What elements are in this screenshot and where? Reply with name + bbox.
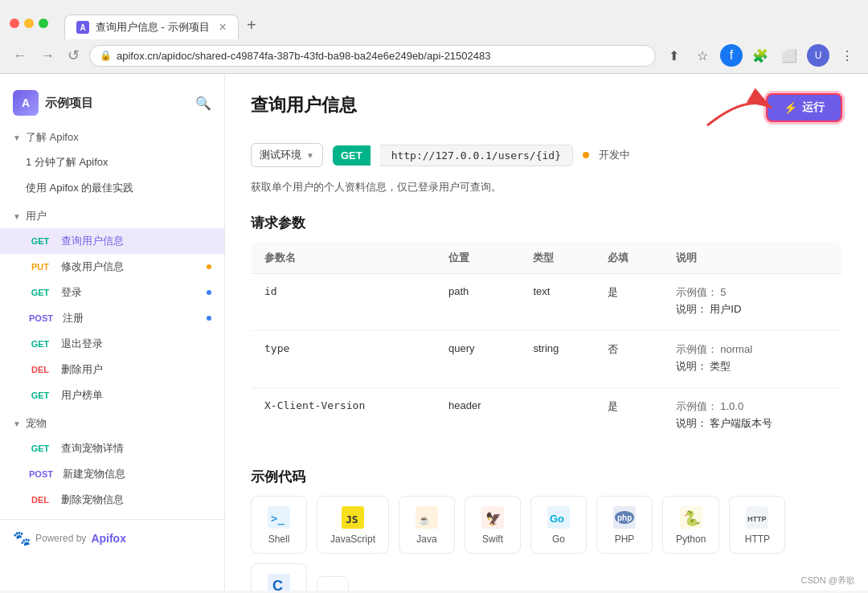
go-label: Go: [552, 534, 565, 545]
sidebar-item-delete-user[interactable]: DEL 删除用户: [0, 357, 224, 382]
param-name-type: type: [264, 342, 289, 354]
close-dot[interactable]: [10, 18, 19, 28]
sidebar-item-query-pet[interactable]: GET 查询宠物详情: [0, 436, 224, 461]
sidebar-item-intro[interactable]: 1 分钟了解 Apifox: [0, 149, 224, 175]
page-title: 查询用户信息: [251, 93, 357, 117]
window-controls: [10, 18, 48, 28]
params-table: 参数名 位置 类型 必填 说明 id path text 是 示例值：: [251, 242, 842, 445]
sidebar-item-label-intro: 1 分钟了解 Apifox: [26, 155, 108, 170]
bookmark-button[interactable]: ☆: [691, 44, 714, 67]
method-badge-put: PUT: [26, 261, 55, 272]
code-tab-shell[interactable]: >_ Shell: [251, 496, 307, 554]
share-button[interactable]: ⬆: [662, 44, 685, 67]
code-tab-http[interactable]: HTTP HTTP: [729, 496, 785, 554]
col-header-name: 参数名: [252, 243, 436, 274]
sidebar-item-label-delete-pet: 删除宠物信息: [61, 493, 124, 507]
method-badge-post: POST: [26, 313, 56, 324]
params-table-body: id path text 是 示例值： 5 说明： 用户ID: [252, 274, 842, 445]
sidebar-item-label-login: 登录: [61, 285, 82, 300]
lock-icon: 🔒: [100, 50, 112, 61]
sidebar-section-header-pet[interactable]: ▼ 宠物: [0, 411, 224, 436]
section-arrow-apifox: ▼: [13, 133, 21, 142]
sidebar-item-leaderboard[interactable]: GET 用户榜单: [0, 382, 224, 408]
sidebar-item-dot-blue-2: [207, 316, 211, 321]
code-tab-javascript[interactable]: JS JavaScript: [317, 496, 389, 554]
svg-text:JS: JS: [346, 513, 358, 526]
php-label: PHP: [615, 534, 635, 545]
back-button[interactable]: ←: [10, 46, 31, 66]
sidebar-section-pet: ▼ 宠物 GET 查询宠物详情 POST 新建宠物信息 DEL 删除宠物信息: [0, 411, 224, 513]
profile-button[interactable]: ⬜: [778, 44, 800, 67]
method-badge-get-4: GET: [26, 390, 55, 401]
extension-button-2[interactable]: 🧩: [749, 44, 772, 67]
new-tab-button[interactable]: +: [239, 11, 264, 39]
extension-button-1[interactable]: f: [720, 44, 743, 67]
sidebar-item-dot-blue-1: [207, 290, 211, 295]
run-icon: ⚡: [784, 101, 797, 114]
env-selector[interactable]: 测试环境 ▼: [251, 143, 323, 167]
section-label-apifox: 了解 Apifox: [26, 130, 79, 145]
code-tab-swift[interactable]: 🦅 Swift: [465, 496, 521, 554]
menu-button[interactable]: ⋮: [836, 44, 858, 67]
param-row-type: type query string 否 示例值： normal 说明： 类型: [252, 331, 842, 388]
param-position-type: query: [448, 342, 475, 354]
method-tag: GET: [333, 145, 371, 166]
sidebar-item-best-practice[interactable]: 使用 Apifox 的最佳实践: [0, 175, 224, 201]
tab-close-button[interactable]: ×: [219, 20, 227, 35]
param-name-xclient: X-Client-Version: [264, 399, 365, 411]
sidebar-item-new-pet[interactable]: POST 新建宠物信息: [0, 461, 224, 487]
address-bar-row: ← → ↺ 🔒 apifox.cn/apidoc/shared-c49874fa…: [0, 39, 868, 73]
code-tab-go[interactable]: Go Go: [530, 496, 587, 554]
sidebar-item-logout[interactable]: GET 退出登录: [0, 331, 224, 357]
sidebar-item-query-user[interactable]: GET 查询用户信息: [0, 228, 224, 254]
sidebar-item-modify-user[interactable]: PUT 修改用户信息: [0, 254, 224, 280]
code-section-title: 示例代码: [251, 468, 842, 486]
sidebar-logo: A 示例项目: [13, 90, 93, 116]
code-tab-php[interactable]: php PHP: [596, 496, 653, 554]
svg-text:Go: Go: [550, 513, 564, 525]
params-table-head: 参数名 位置 类型 必填 说明: [252, 243, 842, 274]
tab-title: 查询用户信息 - 示例项目: [96, 20, 210, 35]
param-row-id: id path text 是 示例值： 5 说明： 用户ID: [252, 274, 842, 331]
method-badge-get-1: GET: [26, 235, 55, 247]
param-example-id: 示例值： 5: [676, 285, 829, 300]
sidebar-item-login[interactable]: GET 登录: [0, 280, 224, 305]
minimize-dot[interactable]: [24, 18, 34, 28]
more-code-tabs-button[interactable]: ⋯: [317, 576, 349, 591]
sidebar-section-header-user[interactable]: ▼ 用户: [0, 204, 224, 228]
sidebar-header: A 示例项目 🔍: [0, 84, 224, 125]
swift-icon: 🦅: [480, 505, 506, 530]
red-arrow-svg: [699, 85, 780, 133]
javascript-icon: JS: [340, 505, 366, 530]
code-tab-java[interactable]: ☕ Java: [399, 496, 455, 554]
footer-text: Powered by: [35, 533, 86, 544]
python-label: Python: [676, 534, 706, 545]
refresh-button[interactable]: ↺: [64, 45, 83, 66]
section-arrow-user: ▼: [13, 212, 21, 221]
sidebar-item-register[interactable]: POST 注册: [0, 305, 224, 331]
sidebar-section-header-apifox[interactable]: ▼ 了解 Apifox: [0, 125, 224, 149]
active-tab[interactable]: A 查询用户信息 - 示例项目 ×: [64, 14, 239, 39]
svg-text:🐍: 🐍: [683, 509, 702, 527]
svg-text:C: C: [272, 578, 283, 591]
forward-button[interactable]: →: [37, 46, 58, 66]
param-required-xclient: 是: [608, 400, 618, 412]
method-badge-get-5: GET: [26, 443, 55, 454]
tab-favicon: A: [76, 21, 89, 34]
code-tab-python[interactable]: 🐍 Python: [662, 496, 719, 554]
maximize-dot[interactable]: [39, 18, 48, 28]
url-bar[interactable]: 🔒 apifox.cn/apidoc/shared-c49874fa-387b-…: [89, 45, 656, 67]
logo-icon: A: [13, 90, 39, 116]
project-name: 示例项目: [45, 96, 93, 111]
java-icon: ☕: [414, 505, 440, 530]
code-tab-c[interactable]: C C: [251, 563, 307, 591]
javascript-label: JavaScript: [330, 534, 375, 545]
sidebar-search-button[interactable]: 🔍: [195, 96, 211, 111]
sidebar-item-delete-pet[interactable]: DEL 删除宠物信息: [0, 487, 224, 513]
sidebar-item-label-register: 注册: [63, 311, 84, 325]
svg-text:HTTP: HTTP: [747, 515, 767, 523]
param-position-xclient: header: [448, 399, 481, 411]
user-avatar[interactable]: U: [807, 44, 829, 67]
shell-icon: >_: [266, 505, 292, 530]
svg-text:☕: ☕: [419, 514, 430, 526]
